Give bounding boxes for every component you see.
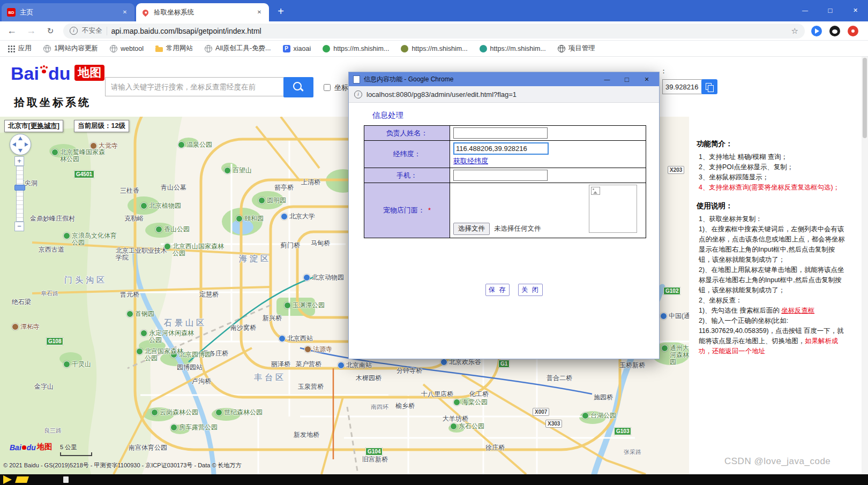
zoom-out-button[interactable] [14,222,24,231]
bookmark-item[interactable]: Pxiaoai [283,45,311,52]
park-poi-icon [661,345,668,352]
map-label-text: 千灵山 [72,361,91,368]
map-label-text: 首钢园 [135,310,154,317]
map-label-text: 张采路 [624,449,641,456]
map-label: 新发地桥 [294,431,319,438]
park-poi-icon [284,302,291,309]
bookmark-item[interactable]: webtool [110,45,144,52]
edit-form-table: 负责人姓名： 经纬度： 获取经纬度 手机： 宠物店门面：* [364,125,646,238]
save-button[interactable]: 保 存 [485,284,510,296]
map-label-text: 徐庄桥 [485,444,505,451]
copy-icon [706,83,712,90]
blue-play-extension-icon[interactable] [811,26,822,36]
popup-title-bar[interactable]: 信息内容功能 - Google Chrome [349,72,659,86]
pan-left-icon[interactable] [12,142,16,147]
coordinates-input[interactable] [453,142,549,155]
yellow-logo-bar [15,476,29,483]
bookmark-item[interactable]: 应用 [8,44,32,53]
map-label: 阜石路 [41,290,58,297]
map-label: 千灵山 [63,361,91,368]
map-label-text: 圆明园 [267,197,286,204]
panda-extension-icon[interactable] [829,26,840,36]
address-bar[interactable]: 不安全 api.map.baidu.com/lbsapi/getpoint/in… [63,24,805,39]
map-label-text: 南沙窝桥 [230,324,256,331]
map-label-text: 普合二桥 [547,375,572,382]
red-circle-extension-icon[interactable] [848,26,858,36]
map-label-text: 中国(通州) [669,313,689,320]
map-pan-control[interactable] [10,134,31,155]
picked-coordinate-input[interactable] [662,79,704,94]
tab-getpoint[interactable]: 拾取坐标系统 [136,3,269,21]
reload-icon[interactable] [44,26,57,36]
bookmark-item[interactable]: 1网站内容更新 [43,44,98,53]
tab-close-icon[interactable] [121,8,129,17]
form-label-text: 宠物店门面： [383,206,425,214]
tab-strip: BD 主页 拾取坐标系统 [0,0,868,21]
back-icon[interactable] [5,25,18,36]
get-coordinates-link[interactable]: 获取经纬度 [453,156,488,166]
table-row: 宠物店门面：* 选择文件 未选择任何文件 [364,183,646,238]
bookmark-label: 应用 [18,44,32,53]
bookmark-label: 常用网站 [166,44,193,53]
bookmark-item[interactable]: All原创工具-免费... [205,44,271,53]
popup-minimize-icon[interactable] [599,76,615,82]
map-label: 大羊坊桥 [443,415,468,422]
new-tab-button[interactable] [273,4,288,19]
map-label-text: 北京南站 [346,362,372,369]
pan-down-icon[interactable] [18,149,23,153]
bookmark-star-icon[interactable] [791,26,798,36]
map-label-text: 菜户营桥 [296,361,321,368]
map-label: 南四环 [371,404,388,411]
map-label-text: 定慧桥 [199,291,219,298]
park-poi-icon [126,310,133,317]
pan-right-icon[interactable] [25,142,28,147]
scale-text: 5 公里 [60,444,77,450]
bookmark-item[interactable]: 常用网站 [155,44,193,53]
search-button[interactable] [283,77,313,97]
url-text[interactable]: api.map.baidu.com/lbsapi/getpoint/index.… [111,27,787,35]
map-label-text: 北京欢乐谷 [449,359,481,366]
city-name: 北京市 [8,122,28,130]
close-icon[interactable] [843,0,868,20]
paw-icon [22,445,26,450]
bookmark-item[interactable]: https://m.shishim... [323,45,389,52]
tab-close-icon[interactable] [255,8,264,17]
info-icon[interactable] [354,90,362,98]
scrollbar-thumb[interactable] [863,58,867,138]
copy-coordinate-button[interactable] [701,79,717,94]
sidebar-text-segment: 4、支持坐标查询(需要将坐标反查复选框勾选)； [699,184,840,191]
poi-poi-icon [660,313,667,320]
change-city-link[interactable]: [更换城市] [28,122,59,130]
forward-icon[interactable] [25,25,38,36]
bookmark-item[interactable]: https://m.shishim... [401,45,467,52]
pan-up-icon[interactable] [18,137,23,140]
park-poi-icon [236,215,243,222]
zoom-slider-handle[interactable] [14,185,25,191]
phone-input[interactable] [453,170,548,181]
search-input[interactable] [105,77,288,96]
close-button[interactable]: 关 闭 [518,284,542,296]
popup-body: 信息处理 负责人姓名： 经纬度： 获取经纬度 手机： [349,103,659,238]
tab-home[interactable]: BD 主页 [2,3,134,21]
choose-file-button[interactable]: 选择文件 [453,223,490,235]
popup-maximize-icon[interactable] [619,75,635,84]
table-row: 手机： [364,168,646,183]
minimize-icon[interactable] [792,0,818,20]
popup-close-icon[interactable] [639,76,655,83]
site-favicon-icon [480,45,487,52]
owner-name-input[interactable] [453,127,548,139]
popup-address-bar[interactable]: localhost:8080/pg83/admin/user/edit.html… [349,86,659,103]
bookmark-item[interactable]: https://m.shishim... [480,45,546,52]
bookmark-label: xiaoai [294,45,311,52]
map-label: 榆乡桥 [395,403,415,410]
zoom-slider[interactable] [16,166,24,222]
zoom-in-button[interactable] [14,156,24,166]
city-selector[interactable]: 北京市[更换城市] [4,120,63,132]
page-scrollbar[interactable] [862,57,868,474]
bookmark-item[interactable]: 项目管理 [558,44,595,53]
logo-text: du [27,443,36,452]
maximize-icon[interactable] [818,0,843,20]
coord-reverse-checkbox[interactable] [324,84,331,91]
info-icon[interactable] [70,27,78,35]
park-poi-icon [224,167,231,174]
